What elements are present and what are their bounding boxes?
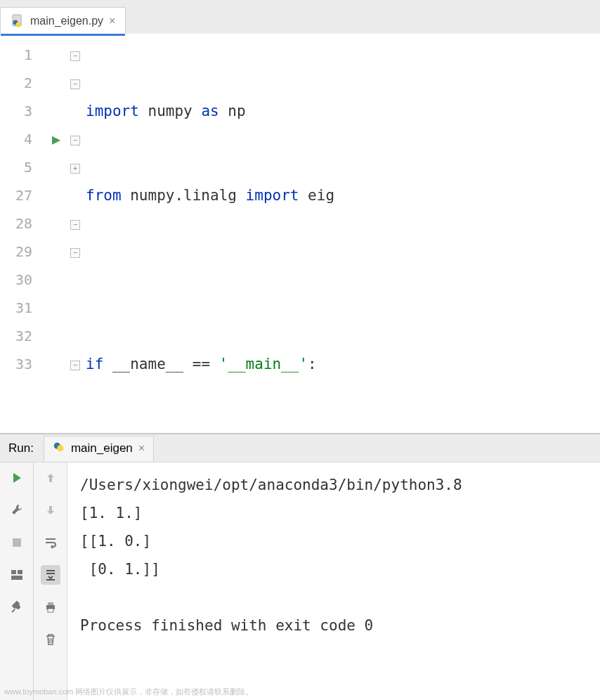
stop-icon[interactable] [7,533,27,552]
run-panel: Run: main_eigen × [0,433,600,700]
scroll-to-end-icon[interactable] [41,565,60,585]
run-body: /Users/xiongwei/opt/anaconda3/bin/python… [0,462,600,700]
run-header: Run: main_eigen × [0,434,600,462]
fold-marker-icon[interactable]: − [70,79,80,89]
run-line-icon[interactable]: ▶ [42,125,70,153]
svg-point-4 [57,445,63,451]
code-text[interactable]: import numpy as np from numpy.linalg imp… [86,34,600,433]
close-icon[interactable]: × [109,15,115,27]
output-line: [[1. 0.] [80,533,151,550]
fold-expand-icon[interactable]: + [70,164,80,174]
interpreter-path: /Users/xiongwei/opt/anaconda3/bin/python… [80,477,471,493]
play-icon[interactable] [7,468,27,488]
pin-icon[interactable] [7,597,27,617]
run-label: Run: [8,441,34,455]
fold-gutter: − − − + − − − [70,34,86,433]
line-number-gutter: 1 2 3 4 5 27 28 29 30 31 32 33 [0,34,42,433]
file-tab[interactable]: main_eigen.py × [0,7,126,34]
exit-message: Process finished with exit code 0 [80,617,373,634]
run-gutter: ▶ [42,34,70,433]
svg-rect-11 [48,609,53,612]
fold-marker-icon[interactable]: − [70,51,80,61]
arrow-down-icon[interactable] [41,500,60,520]
fold-marker-icon[interactable]: − [70,220,80,230]
wrench-icon[interactable] [7,500,27,520]
svg-rect-6 [11,570,16,574]
svg-point-2 [16,22,21,27]
python-file-icon [11,14,25,28]
output-line: [1. 1.] [80,505,143,521]
close-icon[interactable]: × [138,442,145,455]
arrow-up-icon[interactable] [41,468,60,488]
soft-wrap-icon[interactable] [41,533,60,552]
code-editor[interactable]: 1 2 3 4 5 27 28 29 30 31 32 33 ▶ − − − +… [0,34,600,433]
python-file-icon [53,441,65,457]
svg-rect-8 [11,576,22,580]
watermark-text: www.toymoban.com 网络图片仅供展示，非存储，如有侵权请联系删除。 [4,687,253,697]
fold-marker-icon[interactable]: − [70,361,80,370]
fold-marker-icon[interactable]: − [70,136,80,145]
tab-filename: main_eigen.py [30,15,103,27]
print-icon[interactable] [41,597,60,617]
output-line: [0. 1.]] [80,561,160,578]
run-toolbar-primary [0,462,34,700]
run-config-tab[interactable]: main_eigen × [44,436,154,461]
svg-rect-5 [13,538,21,547]
run-tab-name: main_eigen [71,441,133,455]
editor-tab-bar: main_eigen.py × [0,0,600,34]
console-output[interactable]: /Users/xiongwei/opt/anaconda3/bin/python… [67,462,600,700]
run-toolbar-secondary [34,462,67,700]
trash-icon[interactable] [41,630,60,649]
fold-marker-icon[interactable]: − [70,248,80,258]
svg-rect-10 [48,602,53,605]
layout-icon[interactable] [7,565,27,585]
svg-rect-7 [18,570,22,574]
